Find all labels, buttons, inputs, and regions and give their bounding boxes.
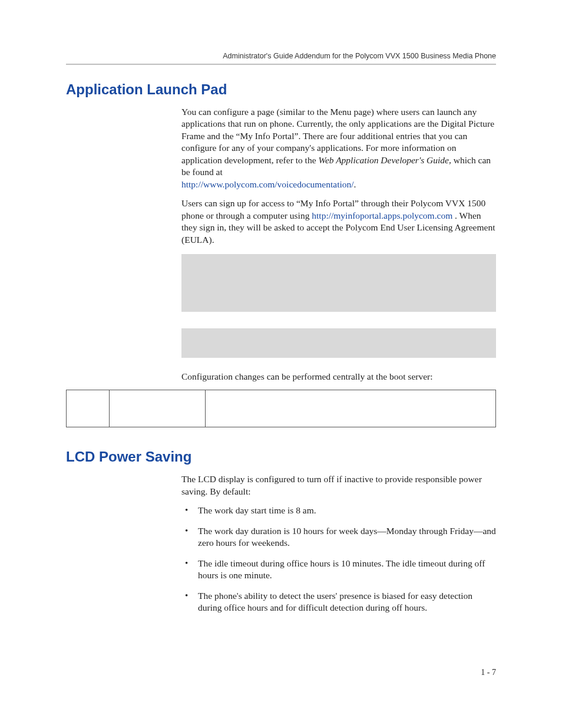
table-cell bbox=[110, 390, 206, 427]
section2-intro: The LCD display is configured to turn of… bbox=[181, 473, 496, 498]
section2-body: The LCD display is configured to turn of… bbox=[181, 473, 496, 614]
section1-body: You can configure a page (similar to the… bbox=[181, 106, 496, 383]
table-cell bbox=[67, 390, 110, 427]
config-table bbox=[66, 390, 496, 427]
running-header: Administrator's Guide Addendum for the P… bbox=[66, 52, 496, 60]
page-number: 1 - 7 bbox=[481, 668, 496, 677]
list-item: The work day start time is 8 am. bbox=[181, 505, 496, 516]
link-voicedocumentation[interactable]: http://www.polycom.com/voicedocumentatio… bbox=[181, 179, 354, 189]
section1-para2: Users can sign up for access to “My Info… bbox=[181, 197, 496, 246]
section1-para1-c: . bbox=[354, 179, 356, 189]
header-rule bbox=[66, 64, 496, 65]
list-item: The work day duration is 10 hours for we… bbox=[181, 525, 496, 549]
list-item: The idle timeout during office hours is … bbox=[181, 558, 496, 582]
config-changes-line: Configuration changes can be performed c… bbox=[181, 371, 496, 383]
section1-para1-em: Web Application Developer's Guide, bbox=[318, 155, 451, 165]
bullet-list: The work day start time is 8 am. The wor… bbox=[181, 505, 496, 614]
section1-para1: You can configure a page (similar to the… bbox=[181, 106, 496, 190]
heading-lcd-power-saving: LCD Power Saving bbox=[66, 449, 496, 465]
callout-box-1 bbox=[181, 254, 496, 312]
list-item: The phone's ability to detect the users'… bbox=[181, 590, 496, 614]
link-myinfoportal[interactable]: http://myinfoportal.apps.polycom.com bbox=[312, 210, 452, 220]
page: Administrator's Guide Addendum for the P… bbox=[0, 0, 562, 728]
callout-box-2 bbox=[181, 328, 496, 358]
table-row bbox=[67, 390, 496, 427]
table-cell bbox=[206, 390, 496, 427]
heading-application-launch-pad: Application Launch Pad bbox=[66, 81, 496, 98]
